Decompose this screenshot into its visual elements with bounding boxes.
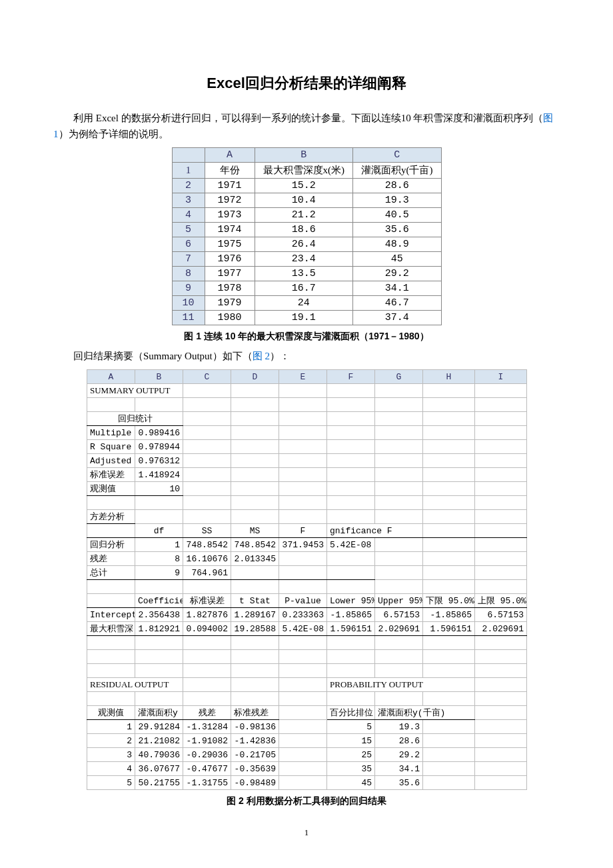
col-D: D: [231, 370, 279, 384]
table-cell: 46.7: [353, 296, 442, 311]
anova-df: 9: [135, 566, 183, 580]
table-cell: 18.6: [255, 223, 353, 237]
reg-stat-label: R Square: [87, 440, 135, 454]
row-number: 1: [172, 163, 205, 179]
coef-p: 5.42E-08: [279, 622, 327, 636]
coef-row: Intercept2.3564381.8278761.2891670.23336…: [87, 608, 527, 622]
residual-row: 340.79036-0.29036-0.217052529.2: [87, 748, 527, 762]
table-cell: 1980: [205, 311, 255, 325]
reg-stat-label: Adjusted: [87, 454, 135, 468]
resid-res: -1.31755: [183, 776, 231, 790]
anova-ss: 748.8542: [183, 538, 231, 552]
table-row: 1年份最大积雪深度x(米)灌溉面积y(千亩): [172, 163, 441, 179]
coef-val: 2.356438: [135, 608, 183, 622]
col-H: H: [423, 370, 475, 384]
coef-l95: -1.85865: [327, 608, 375, 622]
table-row: 3197210.419.3: [172, 193, 441, 208]
coef-l95b: 1.596151: [423, 622, 475, 636]
anova-h-ms: MS: [231, 524, 279, 538]
anova-ms: [231, 566, 279, 580]
table-cell: 1975: [205, 237, 255, 252]
residual-row: 436.07677-0.47677-0.356393534.1: [87, 762, 527, 776]
table-cell: 16.7: [255, 281, 353, 296]
row-number: 6: [172, 237, 205, 252]
reg-stat-title: 回归统计: [87, 412, 183, 426]
coef-u95b: 2.029691: [475, 622, 527, 636]
resid-h-obs: 观测值: [87, 706, 135, 720]
resid-obs: 2: [87, 734, 135, 748]
anova-f: 371.9453: [279, 538, 327, 552]
table-row: 4197321.240.5: [172, 208, 441, 223]
table-cell: 1977: [205, 267, 255, 281]
row-number: 9: [172, 281, 205, 296]
table-cell: 40.5: [353, 208, 442, 223]
reg-stat-label: Multiple: [87, 426, 135, 440]
coef-h-se: 标准误差: [183, 594, 231, 608]
resid-obs: 1: [87, 720, 135, 734]
row-number: 11: [172, 311, 205, 325]
intro-text-post: ）为例给予详细的说明。: [59, 129, 169, 139]
table-cell: 最大积雪深度x(米): [255, 163, 353, 179]
col-F: F: [327, 370, 375, 384]
summary-output-sheet: A B C D E F G H I SUMMARY OUTPUT 回归统计 Mu…: [87, 369, 527, 790]
anova-label: 残差: [87, 552, 135, 566]
prob-pct: 5: [327, 720, 375, 734]
intro-text-pre: 利用 Excel 的数据分析进行回归，可以得到一系列的统计参量。下面以连续10 …: [73, 113, 543, 123]
resid-h-res: 残差: [183, 706, 231, 720]
coef-h-u95: Upper 95%: [375, 594, 423, 608]
anova-row: 总计9764.961: [87, 566, 527, 580]
table-cell: 1978: [205, 281, 255, 296]
anova-ss: 16.10676: [183, 552, 231, 566]
reg-stat-value: 0.976312: [135, 454, 183, 468]
anova-title: 方差分析: [87, 510, 135, 524]
resid-std: -0.21705: [231, 748, 279, 762]
row-number: 7: [172, 252, 205, 267]
reg-stat-value: 0.978944: [135, 440, 183, 454]
anova-label: 总计: [87, 566, 135, 580]
anova-sig: 5.42E-08: [327, 538, 375, 552]
fig2-link[interactable]: 图 2: [253, 351, 270, 361]
reg-stat-row: Multiple0.989416: [87, 426, 527, 440]
anova-h-sig: gnificance F: [327, 524, 423, 538]
col-letter-C: C: [353, 148, 442, 163]
residual-row: 221.21082-1.91082-1.428361528.6: [87, 734, 527, 748]
prob-y: 34.1: [375, 762, 423, 776]
resid-obs: 5: [87, 776, 135, 790]
resid-pred: 40.79036: [135, 748, 183, 762]
coef-u95: 6.57153: [375, 608, 423, 622]
coef-h-p: P-value: [279, 594, 327, 608]
table-row: 1019792446.7: [172, 296, 441, 311]
col-G: G: [375, 370, 423, 384]
figure-1-caption: 图 1 连续 10 年的最大积雪深度与灌溉面积（1971－1980）: [53, 331, 560, 343]
table-cell: 37.4: [353, 311, 442, 325]
coef-u95: 2.029691: [375, 622, 423, 636]
coef-label: 最大积雪深: [87, 622, 135, 636]
anova-ms: 2.013345: [231, 552, 279, 566]
coef-h-coef: Coefficien: [135, 594, 183, 608]
prob-y: 35.6: [375, 776, 423, 790]
figure-2-caption: 图 2 利用数据分析工具得到的回归结果: [53, 795, 560, 807]
resid-obs: 4: [87, 762, 135, 776]
coef-val: 1.812921: [135, 622, 183, 636]
row-number: 2: [172, 179, 205, 193]
table-1-data: A B C 1年份最大积雪深度x(米)灌溉面积y(千亩)2197115.228.…: [172, 147, 442, 325]
table-row: 7197623.445: [172, 252, 441, 267]
reg-stat-value: 1.418924: [135, 468, 183, 482]
coef-t: 1.289167: [231, 608, 279, 622]
table-cell: 29.2: [353, 267, 442, 281]
col-letter-A: A: [205, 148, 255, 163]
table-cell: 1974: [205, 223, 255, 237]
resid-res: -1.31284: [183, 720, 231, 734]
coef-label: Intercept: [87, 608, 135, 622]
col-letter-B: B: [255, 148, 353, 163]
coef-row: 最大积雪深1.8129210.09400219.285885.42E-081.5…: [87, 622, 527, 636]
table-cell: 28.6: [353, 179, 442, 193]
table-cell: 1971: [205, 179, 255, 193]
intro-paragraph: 利用 Excel 的数据分析进行回归，可以得到一系列的统计参量。下面以连续10 …: [53, 110, 560, 142]
reg-stat-row: 观测值10: [87, 482, 527, 496]
resid-obs: 3: [87, 748, 135, 762]
anova-sig: [327, 566, 375, 580]
table-cell: 1972: [205, 193, 255, 208]
table-row: 6197526.448.9: [172, 237, 441, 252]
row-number: 5: [172, 223, 205, 237]
